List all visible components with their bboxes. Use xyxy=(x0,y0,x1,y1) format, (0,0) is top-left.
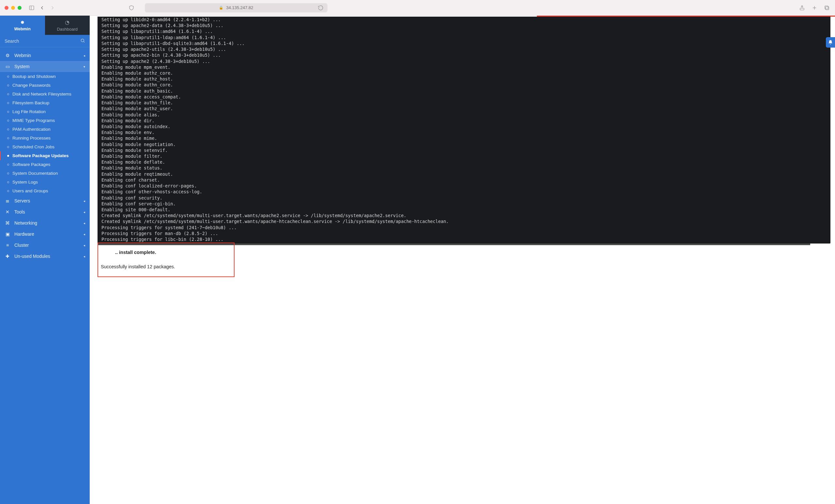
networking-icon: ⌘ xyxy=(4,220,11,226)
progress-indicator xyxy=(537,16,835,17)
sidebar-item-system-documentation[interactable]: System Documentation xyxy=(0,169,90,178)
tab-webmin-label: Webmin xyxy=(14,26,30,31)
sidebar-item-pam-authentication[interactable]: PAM Authentication xyxy=(0,125,90,134)
bullet-icon xyxy=(7,128,9,130)
sidebar-item-software-package-updates[interactable]: Software Package Updates xyxy=(0,151,90,160)
sidebar-item-mime-type-programs[interactable]: MIME Type Programs xyxy=(0,116,90,125)
sidebar-item-system-logs[interactable]: System Logs xyxy=(0,178,90,187)
sidebar-item-disk-and-network-filesystems[interactable]: Disk and Network Filesystems xyxy=(0,90,90,99)
sidebar: ⎈ Webmin ◔ Dashboard ⚙Webmin◂▭System▾Boo… xyxy=(0,16,90,504)
sidebar-item-label: Software Package Updates xyxy=(13,153,69,158)
menu-category-label: Servers xyxy=(14,198,30,204)
highlight-box xyxy=(98,243,235,277)
bullet-icon xyxy=(7,164,9,166)
back-button[interactable] xyxy=(39,4,46,12)
menu-category-system[interactable]: ▭System▾ xyxy=(0,61,90,72)
sidebar-item-log-file-rotation[interactable]: Log File Rotation xyxy=(0,107,90,116)
sidebar-item-label: Log File Rotation xyxy=(13,109,46,114)
chevron-left-icon: ◂ xyxy=(83,255,85,258)
chevron-left-icon: ◂ xyxy=(83,222,85,225)
reload-icon[interactable] xyxy=(317,4,324,12)
svg-rect-0 xyxy=(29,6,34,10)
install-complete-text: .. install complete. xyxy=(115,250,156,255)
sidebar-item-label: System Documentation xyxy=(13,171,58,176)
bullet-icon xyxy=(7,137,9,139)
menu-category-webmin[interactable]: ⚙Webmin◂ xyxy=(0,50,90,61)
system-icon: ▭ xyxy=(4,64,11,69)
sidebar-search[interactable] xyxy=(0,35,90,47)
tabs-overview-icon[interactable] xyxy=(823,4,831,12)
menu-category-label: Un-used Modules xyxy=(14,254,50,259)
menu-category-servers[interactable]: ≣Servers◂ xyxy=(0,195,90,206)
search-input[interactable] xyxy=(4,39,80,44)
menu-category-label: Networking xyxy=(14,220,37,226)
sidebar-item-label: Software Packages xyxy=(13,162,50,167)
minimize-window-button[interactable] xyxy=(11,6,15,10)
zoom-window-button[interactable] xyxy=(18,6,22,10)
menu-category-unused[interactable]: ✚Un-used Modules◂ xyxy=(0,251,90,262)
sidebar-item-label: System Logs xyxy=(13,180,38,185)
install-success-text: Successfully installed 12 packages. xyxy=(101,264,222,269)
sidebar-menu: ⚙Webmin◂▭System▾Bootup and ShutdownChang… xyxy=(0,47,90,504)
sidebar-item-scheduled-cron-jobs[interactable]: Scheduled Cron Jobs xyxy=(0,143,90,151)
sidebar-item-label: Disk and Network Filesystems xyxy=(13,91,72,97)
terminal-scrollbar[interactable] xyxy=(98,244,810,245)
chevron-left-icon: ◂ xyxy=(83,244,85,247)
address-bar[interactable]: 🔒 34.135.247.82 xyxy=(145,3,327,13)
sidebar-item-label: Running Processes xyxy=(13,135,50,141)
menu-category-tools[interactable]: ✕Tools◂ xyxy=(0,206,90,217)
sidebar-item-label: Users and Groups xyxy=(13,188,48,193)
chevron-left-icon: ◂ xyxy=(83,232,85,236)
browser-chrome: 🔒 34.135.247.82 xyxy=(0,0,835,16)
sidebar-item-software-packages[interactable]: Software Packages xyxy=(0,160,90,169)
sidebar-item-filesystem-backup[interactable]: Filesystem Backup xyxy=(0,99,90,107)
close-window-button[interactable] xyxy=(4,6,8,10)
search-icon[interactable] xyxy=(80,38,85,44)
bullet-icon xyxy=(7,155,9,157)
bullet-icon xyxy=(7,146,9,148)
bullet-icon xyxy=(7,102,9,104)
bullet-icon xyxy=(7,190,9,192)
svg-line-8 xyxy=(83,41,84,42)
svg-rect-5 xyxy=(826,6,829,10)
sidebar-item-label: Scheduled Cron Jobs xyxy=(13,144,55,149)
sidebar-item-bootup-and-shutdown[interactable]: Bootup and Shutdown xyxy=(0,72,90,81)
new-tab-icon[interactable] xyxy=(811,4,818,12)
sidebar-item-users-and-groups[interactable]: Users and Groups xyxy=(0,187,90,195)
svg-point-7 xyxy=(81,39,84,42)
url-host: 34.135.247.82 xyxy=(226,5,253,10)
terminal-output: Setting up libidn2-0:amd64 (2.2.4-1.1+b2… xyxy=(98,17,831,244)
bullet-icon xyxy=(7,181,9,183)
sidebar-item-label: Filesystem Backup xyxy=(13,100,49,105)
menu-category-label: Hardware xyxy=(14,231,34,237)
menu-category-cluster[interactable]: ≡Cluster◂ xyxy=(0,239,90,251)
window-controls xyxy=(4,6,22,10)
bullet-icon xyxy=(7,120,9,122)
menu-category-networking[interactable]: ⌘Networking◂ xyxy=(0,217,90,229)
tab-dashboard[interactable]: ◔ Dashboard xyxy=(45,16,90,35)
share-icon[interactable] xyxy=(798,4,806,12)
gauge-icon: ◔ xyxy=(65,19,69,25)
tab-dashboard-label: Dashboard xyxy=(57,27,78,31)
unused-icon: ✚ xyxy=(4,254,11,259)
bullet-icon xyxy=(7,93,9,95)
sidebar-item-change-passwords[interactable]: Change Passwords xyxy=(0,81,90,90)
tools-icon: ✕ xyxy=(4,209,11,214)
menu-category-label: Cluster xyxy=(14,243,29,248)
sidebar-toggle-icon[interactable] xyxy=(28,4,35,12)
bullet-icon xyxy=(7,172,9,174)
tab-webmin[interactable]: ⎈ Webmin xyxy=(0,16,45,35)
chevron-down-icon: ▾ xyxy=(83,65,85,68)
shield-icon[interactable] xyxy=(128,4,135,12)
sidebar-item-label: PAM Authentication xyxy=(13,127,50,132)
notifications-button[interactable] xyxy=(826,37,835,48)
forward-button[interactable] xyxy=(49,4,56,12)
menu-category-label: Tools xyxy=(14,209,25,214)
menu-category-hardware[interactable]: ▣Hardware◂ xyxy=(0,229,90,239)
sidebar-item-label: Change Passwords xyxy=(13,83,50,88)
chevron-left-icon: ◂ xyxy=(83,210,85,214)
bullet-icon xyxy=(7,111,9,113)
menu-category-label: Webmin xyxy=(14,53,31,58)
sidebar-item-running-processes[interactable]: Running Processes xyxy=(0,134,90,143)
chevron-left-icon: ◂ xyxy=(83,54,85,57)
